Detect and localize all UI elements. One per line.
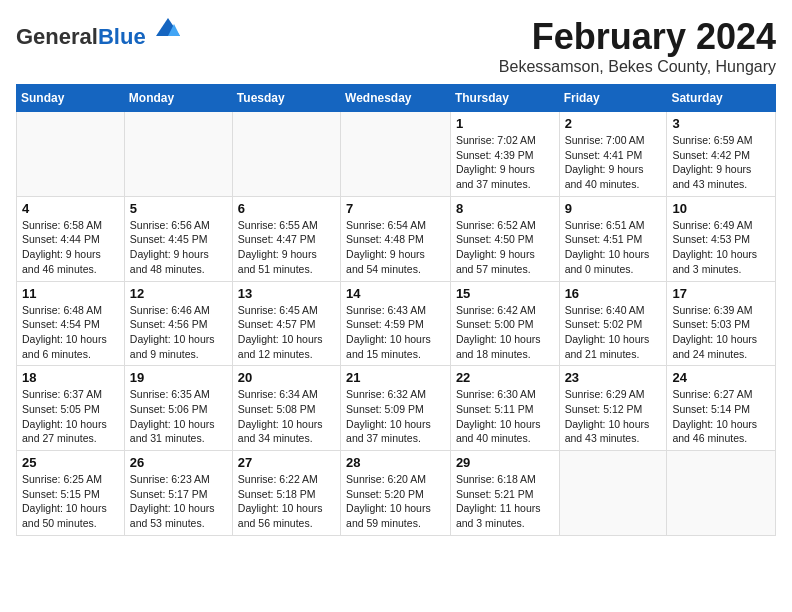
day-info: Sunrise: 6:51 AM Sunset: 4:51 PM Dayligh… [565,218,662,277]
day-number: 3 [672,116,770,131]
day-number: 15 [456,286,554,301]
calendar-cell: 24Sunrise: 6:27 AM Sunset: 5:14 PM Dayli… [667,366,776,451]
calendar-cell: 27Sunrise: 6:22 AM Sunset: 5:18 PM Dayli… [232,451,340,536]
day-number: 28 [346,455,445,470]
day-info: Sunrise: 6:18 AM Sunset: 5:21 PM Dayligh… [456,472,554,531]
calendar-week-row: 18Sunrise: 6:37 AM Sunset: 5:05 PM Dayli… [17,366,776,451]
day-number: 17 [672,286,770,301]
day-info: Sunrise: 6:34 AM Sunset: 5:08 PM Dayligh… [238,387,335,446]
calendar-cell: 4Sunrise: 6:58 AM Sunset: 4:44 PM Daylig… [17,196,125,281]
day-number: 14 [346,286,445,301]
day-number: 20 [238,370,335,385]
calendar-cell: 16Sunrise: 6:40 AM Sunset: 5:02 PM Dayli… [559,281,667,366]
column-header-thursday: Thursday [450,85,559,112]
day-info: Sunrise: 6:37 AM Sunset: 5:05 PM Dayligh… [22,387,119,446]
day-number: 29 [456,455,554,470]
calendar-cell: 20Sunrise: 6:34 AM Sunset: 5:08 PM Dayli… [232,366,340,451]
day-number: 23 [565,370,662,385]
day-info: Sunrise: 6:43 AM Sunset: 4:59 PM Dayligh… [346,303,445,362]
calendar-table: SundayMondayTuesdayWednesdayThursdayFrid… [16,84,776,536]
day-number: 27 [238,455,335,470]
day-number: 18 [22,370,119,385]
column-header-tuesday: Tuesday [232,85,340,112]
calendar-cell: 17Sunrise: 6:39 AM Sunset: 5:03 PM Dayli… [667,281,776,366]
calendar-cell [667,451,776,536]
day-info: Sunrise: 6:20 AM Sunset: 5:20 PM Dayligh… [346,472,445,531]
column-header-wednesday: Wednesday [341,85,451,112]
day-info: Sunrise: 6:29 AM Sunset: 5:12 PM Dayligh… [565,387,662,446]
day-info: Sunrise: 6:39 AM Sunset: 5:03 PM Dayligh… [672,303,770,362]
day-info: Sunrise: 6:42 AM Sunset: 5:00 PM Dayligh… [456,303,554,362]
calendar-cell [559,451,667,536]
calendar-cell: 11Sunrise: 6:48 AM Sunset: 4:54 PM Dayli… [17,281,125,366]
day-info: Sunrise: 6:27 AM Sunset: 5:14 PM Dayligh… [672,387,770,446]
calendar-cell [17,112,125,197]
calendar-cell: 26Sunrise: 6:23 AM Sunset: 5:17 PM Dayli… [124,451,232,536]
day-number: 4 [22,201,119,216]
calendar-cell: 8Sunrise: 6:52 AM Sunset: 4:50 PM Daylig… [450,196,559,281]
day-number: 24 [672,370,770,385]
calendar-week-row: 1Sunrise: 7:02 AM Sunset: 4:39 PM Daylig… [17,112,776,197]
day-info: Sunrise: 6:54 AM Sunset: 4:48 PM Dayligh… [346,218,445,277]
calendar-cell: 3Sunrise: 6:59 AM Sunset: 4:42 PM Daylig… [667,112,776,197]
location-title: Bekessamson, Bekes County, Hungary [499,58,776,76]
calendar-cell: 7Sunrise: 6:54 AM Sunset: 4:48 PM Daylig… [341,196,451,281]
calendar-cell: 12Sunrise: 6:46 AM Sunset: 4:56 PM Dayli… [124,281,232,366]
logo-icon [154,16,182,44]
title-section: February 2024 Bekessamson, Bekes County,… [499,16,776,76]
calendar-week-row: 25Sunrise: 6:25 AM Sunset: 5:15 PM Dayli… [17,451,776,536]
day-number: 25 [22,455,119,470]
day-number: 10 [672,201,770,216]
day-number: 26 [130,455,227,470]
calendar-cell [232,112,340,197]
month-title: February 2024 [499,16,776,58]
day-info: Sunrise: 6:55 AM Sunset: 4:47 PM Dayligh… [238,218,335,277]
day-info: Sunrise: 7:00 AM Sunset: 4:41 PM Dayligh… [565,133,662,192]
day-number: 2 [565,116,662,131]
day-info: Sunrise: 6:30 AM Sunset: 5:11 PM Dayligh… [456,387,554,446]
calendar-cell [124,112,232,197]
day-info: Sunrise: 6:23 AM Sunset: 5:17 PM Dayligh… [130,472,227,531]
calendar-cell: 19Sunrise: 6:35 AM Sunset: 5:06 PM Dayli… [124,366,232,451]
day-info: Sunrise: 6:25 AM Sunset: 5:15 PM Dayligh… [22,472,119,531]
day-info: Sunrise: 6:45 AM Sunset: 4:57 PM Dayligh… [238,303,335,362]
day-info: Sunrise: 6:46 AM Sunset: 4:56 PM Dayligh… [130,303,227,362]
day-number: 5 [130,201,227,216]
day-number: 22 [456,370,554,385]
day-number: 13 [238,286,335,301]
calendar-cell: 10Sunrise: 6:49 AM Sunset: 4:53 PM Dayli… [667,196,776,281]
calendar-week-row: 4Sunrise: 6:58 AM Sunset: 4:44 PM Daylig… [17,196,776,281]
day-number: 19 [130,370,227,385]
calendar-cell: 14Sunrise: 6:43 AM Sunset: 4:59 PM Dayli… [341,281,451,366]
column-header-monday: Monday [124,85,232,112]
day-number: 9 [565,201,662,216]
day-info: Sunrise: 6:32 AM Sunset: 5:09 PM Dayligh… [346,387,445,446]
calendar-cell: 21Sunrise: 6:32 AM Sunset: 5:09 PM Dayli… [341,366,451,451]
day-info: Sunrise: 6:49 AM Sunset: 4:53 PM Dayligh… [672,218,770,277]
calendar-cell: 23Sunrise: 6:29 AM Sunset: 5:12 PM Dayli… [559,366,667,451]
calendar-header-row: SundayMondayTuesdayWednesdayThursdayFrid… [17,85,776,112]
calendar-cell: 15Sunrise: 6:42 AM Sunset: 5:00 PM Dayli… [450,281,559,366]
day-info: Sunrise: 6:56 AM Sunset: 4:45 PM Dayligh… [130,218,227,277]
day-info: Sunrise: 6:59 AM Sunset: 4:42 PM Dayligh… [672,133,770,192]
day-info: Sunrise: 6:22 AM Sunset: 5:18 PM Dayligh… [238,472,335,531]
day-info: Sunrise: 6:48 AM Sunset: 4:54 PM Dayligh… [22,303,119,362]
day-number: 12 [130,286,227,301]
day-info: Sunrise: 6:40 AM Sunset: 5:02 PM Dayligh… [565,303,662,362]
day-info: Sunrise: 6:35 AM Sunset: 5:06 PM Dayligh… [130,387,227,446]
day-info: Sunrise: 6:58 AM Sunset: 4:44 PM Dayligh… [22,218,119,277]
calendar-cell: 2Sunrise: 7:00 AM Sunset: 4:41 PM Daylig… [559,112,667,197]
column-header-sunday: Sunday [17,85,125,112]
calendar-week-row: 11Sunrise: 6:48 AM Sunset: 4:54 PM Dayli… [17,281,776,366]
calendar-cell: 13Sunrise: 6:45 AM Sunset: 4:57 PM Dayli… [232,281,340,366]
calendar-cell: 25Sunrise: 6:25 AM Sunset: 5:15 PM Dayli… [17,451,125,536]
calendar-cell: 28Sunrise: 6:20 AM Sunset: 5:20 PM Dayli… [341,451,451,536]
day-number: 21 [346,370,445,385]
calendar-cell: 5Sunrise: 6:56 AM Sunset: 4:45 PM Daylig… [124,196,232,281]
calendar-cell: 1Sunrise: 7:02 AM Sunset: 4:39 PM Daylig… [450,112,559,197]
column-header-saturday: Saturday [667,85,776,112]
day-number: 16 [565,286,662,301]
calendar-cell: 9Sunrise: 6:51 AM Sunset: 4:51 PM Daylig… [559,196,667,281]
calendar-cell: 18Sunrise: 6:37 AM Sunset: 5:05 PM Dayli… [17,366,125,451]
day-number: 8 [456,201,554,216]
